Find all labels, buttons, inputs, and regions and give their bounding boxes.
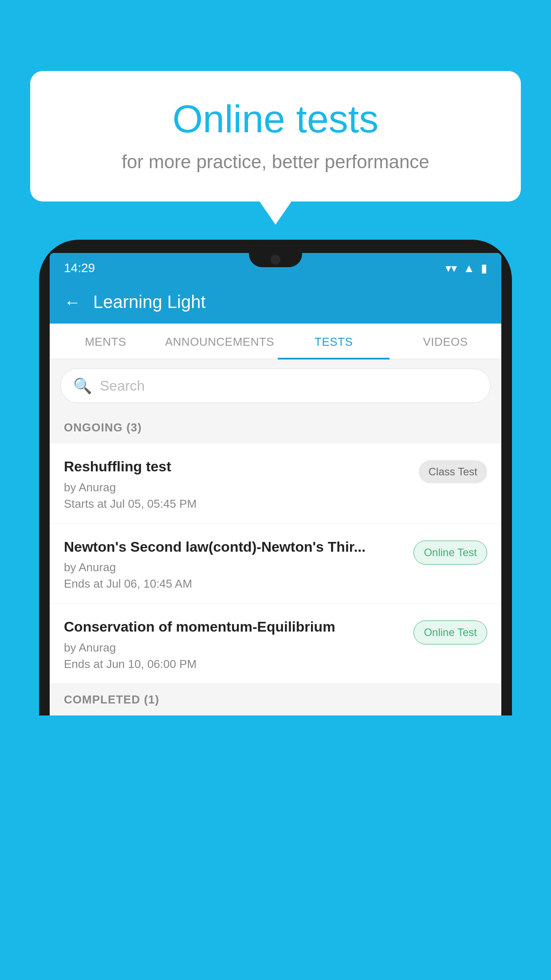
test-date: Ends at Jul 06, 10:45 AM <box>64 577 403 591</box>
test-name: Conservation of momentum-Equilibrium <box>64 618 403 636</box>
speech-bubble: Online tests for more practice, better p… <box>30 71 521 202</box>
ongoing-section-header: ONGOING (3) <box>50 412 501 443</box>
test-author: by Anurag <box>64 641 403 655</box>
back-arrow-icon[interactable]: ← <box>64 294 81 311</box>
test-author: by Anurag <box>64 561 403 574</box>
test-name: Reshuffling test <box>64 458 408 476</box>
test-item[interactable]: Reshuffling test by Anurag Starts at Jul… <box>50 443 501 524</box>
bubble-title: Online tests <box>52 98 499 141</box>
test-name: Newton's Second law(contd)-Newton's Thir… <box>64 538 403 557</box>
status-time: 14:29 <box>64 261 95 275</box>
test-info: Conservation of momentum-Equilibrium by … <box>64 618 413 671</box>
tab-tests[interactable]: TESTS <box>278 324 390 359</box>
test-item[interactable]: Newton's Second law(contd)-Newton's Thir… <box>50 524 501 604</box>
test-date: Ends at Jun 10, 06:00 PM <box>64 657 403 671</box>
search-bar-container: 🔍 Search <box>50 360 501 412</box>
phone-outer: 14:29 ▾▾ ▲ ▮ ← Learning Light MENTS ANNO… <box>39 240 512 715</box>
status-icons: ▾▾ ▲ ▮ <box>445 261 487 275</box>
tab-bar: MENTS ANNOUNCEMENTS TESTS VIDEOS <box>50 324 501 360</box>
bubble-subtitle: for more practice, better performance <box>52 151 499 173</box>
phone-notch <box>249 253 302 267</box>
phone-container: 14:29 ▾▾ ▲ ▮ ← Learning Light MENTS ANNO… <box>39 240 512 980</box>
signal-icon: ▲ <box>463 261 475 275</box>
test-item[interactable]: Conservation of momentum-Equilibrium by … <box>50 604 501 684</box>
test-badge-class: Class Test <box>419 460 487 483</box>
test-author: by Anurag <box>64 481 408 494</box>
test-info: Reshuffling test by Anurag Starts at Jul… <box>64 458 419 511</box>
search-bar[interactable]: 🔍 Search <box>60 368 491 403</box>
search-placeholder: Search <box>100 378 145 394</box>
search-icon: 🔍 <box>73 377 92 395</box>
phone-screen: 14:29 ▾▾ ▲ ▮ ← Learning Light MENTS ANNO… <box>50 253 501 715</box>
tab-videos[interactable]: VIDEOS <box>390 324 501 359</box>
wifi-icon: ▾▾ <box>445 261 457 275</box>
test-badge-online-2: Online Test <box>413 620 487 644</box>
test-list: Reshuffling test by Anurag Starts at Jul… <box>50 443 501 684</box>
tab-announcements[interactable]: ANNOUNCEMENTS <box>161 324 278 359</box>
completed-section-header: COMPLETED (1) <box>50 684 501 715</box>
test-date: Starts at Jul 05, 05:45 PM <box>64 497 408 511</box>
battery-icon: ▮ <box>481 261 487 275</box>
app-header: ← Learning Light <box>50 281 501 324</box>
camera-dot <box>271 255 280 265</box>
app-title: Learning Light <box>93 292 206 312</box>
test-info: Newton's Second law(contd)-Newton's Thir… <box>64 538 413 591</box>
tab-assignments[interactable]: MENTS <box>50 324 161 359</box>
test-badge-online: Online Test <box>413 541 487 565</box>
